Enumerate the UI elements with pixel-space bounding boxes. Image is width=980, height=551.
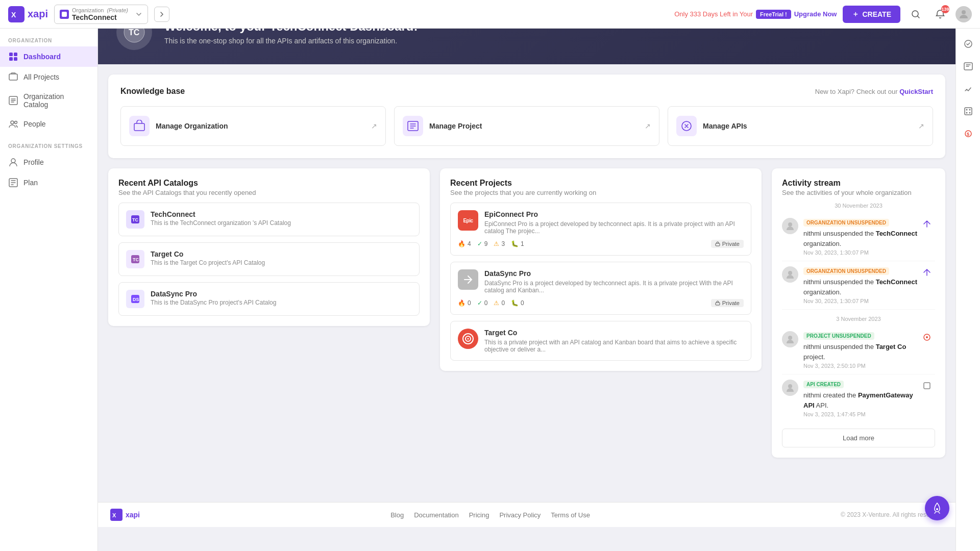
rail-icon-2[interactable]	[959, 57, 977, 76]
recent-catalogs-title: Recent API Catalogs	[118, 179, 420, 188]
sidebar-item-profile-label: Profile	[23, 158, 44, 166]
org-icon	[60, 10, 69, 19]
sidebar-item-dashboard-label: Dashboard	[23, 53, 61, 61]
external-link-icon-3: ↗	[918, 122, 924, 130]
footer-privacy[interactable]: Privacy Policy	[499, 511, 541, 519]
activity-text-3: nithmi unsuspended the Target Co project…	[803, 342, 918, 362]
sidebar-item-all-projects[interactable]: All Projects	[0, 67, 97, 87]
search-icon	[911, 9, 921, 19]
catalog-name-datasync: DataSync Pro	[151, 290, 276, 298]
sidebar-item-profile[interactable]: Profile	[0, 152, 97, 172]
search-button[interactable]	[906, 5, 925, 23]
epiconnect-logo: Epic	[458, 210, 478, 231]
trial-banner: Only 333 Days Left in Your FreeTrial ! U…	[674, 10, 837, 19]
rail-icon-4[interactable]	[959, 102, 977, 120]
main-content: TC Welcome, to your TechConnect Dashboar…	[98, 0, 955, 502]
external-link-icon: ↗	[371, 122, 377, 130]
activity-body-3: PROJECT UNSUSPENDED nithmi unsuspended t…	[803, 331, 918, 369]
activity-avatar-4	[782, 380, 798, 396]
project-item-epiconnect[interactable]: Epic EpiConnect Pro EpiConnect Pro is a …	[450, 203, 751, 256]
notifications-button[interactable]: 139	[931, 5, 949, 23]
footer-pricing[interactable]: Pricing	[469, 511, 489, 519]
svg-point-13	[11, 159, 15, 163]
fab-button[interactable]	[925, 496, 949, 520]
stat-fire: 4	[468, 240, 471, 247]
plus-icon: ＋	[852, 10, 859, 19]
org-selector[interactable]: Organization (Private) TechConnect	[54, 5, 148, 24]
sidebar-item-people[interactable]: People	[0, 114, 97, 134]
dashboard-icon	[8, 52, 18, 62]
profile-icon	[8, 157, 18, 167]
sidebar-item-plan[interactable]: Plan	[0, 172, 97, 193]
kb-item-manage-apis[interactable]: Manage APIs ↗	[668, 106, 933, 146]
catalog-icon	[8, 95, 18, 106]
project-item-target-co[interactable]: Target Co This is a private project with…	[450, 321, 751, 361]
catalog-desc-techconnect: This is the TechConnect organization 's …	[151, 219, 291, 227]
datasync-stats: 🔥0 ✓0 ⚠0 🐛0 Private	[458, 299, 744, 307]
svg-rect-26	[134, 123, 144, 131]
kb-item-manage-org[interactable]: Manage Organization ↗	[120, 106, 386, 146]
footer-terms[interactable]: Terms of Use	[551, 511, 590, 519]
activity-date-2: 3 November 2023	[782, 316, 935, 322]
catalog-item-techconnect[interactable]: TC TechConnect This is the TechConnect o…	[118, 203, 420, 236]
activity-item-1: ORGANIZATION UNSUSPENDED nithmi unsuspen…	[782, 213, 935, 261]
create-button[interactable]: ＋ CREATE	[843, 6, 900, 23]
activity-body-1: ORGANIZATION UNSUSPENDED nithmi unsuspen…	[803, 218, 918, 256]
catalog-item-target-co[interactable]: TC Target Co This is the Target Co proje…	[118, 242, 420, 276]
project-name-target-co: Target Co	[484, 329, 744, 337]
sidebar-item-org-catalog[interactable]: Organization Catalog	[0, 87, 97, 114]
logo[interactable]: X xapi	[8, 6, 48, 22]
footer-logo: X xapi	[110, 509, 140, 521]
welcome-subtitle: This is the one-stop shop for all the AP…	[164, 37, 418, 45]
activity-item-4: API CREATED nithmi created the PaymentGa…	[782, 374, 935, 422]
svg-point-40	[788, 222, 792, 227]
footer-blog[interactable]: Blog	[390, 511, 404, 519]
load-more-button[interactable]: Load more	[782, 429, 935, 447]
people-icon	[8, 119, 18, 129]
activity-item-2: ORGANIZATION UNSUSPENDED nithmi unsuspen…	[782, 261, 935, 310]
activity-text-1: nithmi unsuspended the TechConnect organ…	[803, 229, 918, 248]
activity-date-1: 30 November 2023	[782, 203, 935, 209]
logo-icon: X	[8, 6, 24, 22]
svg-text:DS: DS	[133, 297, 139, 302]
rail-icon-3[interactable]	[959, 80, 977, 98]
catalog-name-target-co: Target Co	[151, 250, 265, 258]
target-co-logo	[458, 329, 478, 349]
sidebar-section-organization: ORGANIZATION	[0, 29, 97, 46]
org-name: TechConnect	[72, 13, 128, 21]
catalog-item-datasync-pro[interactable]: DS DataSync Pro This is the DataSync Pro…	[118, 282, 420, 316]
sidebar-item-all-projects-label: All Projects	[23, 73, 59, 81]
svg-text:TC: TC	[129, 28, 140, 37]
project-item-datasync[interactable]: DataSync Pro DataSync Pro is a project d…	[450, 262, 751, 315]
svg-text:$: $	[967, 132, 969, 137]
quickstart-link[interactable]: QuickStart	[899, 88, 933, 95]
org-label: Organization	[72, 7, 104, 13]
sidebar: ORGANIZATION Dashboard All Projects Orga…	[0, 29, 98, 527]
kb-item-manage-project-label: Manage Project	[429, 122, 482, 130]
recent-catalogs-subtitle: See the API Catalogs that you recently o…	[118, 189, 420, 196]
private-badge: Private	[711, 240, 744, 248]
rail-icon-1[interactable]	[959, 35, 977, 53]
activity-icon-4	[923, 380, 935, 417]
svg-rect-35	[716, 243, 720, 246]
stat-triangle: 3	[501, 240, 505, 247]
upgrade-link[interactable]: Upgrade Now	[794, 10, 837, 18]
footer-docs[interactable]: Documentation	[414, 511, 458, 519]
svg-point-42	[788, 336, 792, 340]
kb-item-manage-project[interactable]: Manage Project ↗	[394, 106, 659, 146]
svg-point-49	[936, 508, 938, 510]
user-icon	[958, 8, 970, 20]
top-header: X xapi Organization (Private) TechConnec…	[0, 0, 980, 29]
project-desc-datasync: DataSync Pro is a project developed by t…	[484, 280, 744, 294]
user-avatar-button[interactable]	[955, 6, 972, 22]
notification-badge: 139	[941, 5, 949, 13]
sidebar-item-dashboard[interactable]: Dashboard	[0, 46, 97, 67]
sidebar-item-org-catalog-label: Organization Catalog	[23, 92, 89, 109]
plan-icon	[8, 178, 18, 188]
datasync-logo	[458, 269, 478, 290]
sidebar-toggle-button[interactable]	[154, 7, 169, 22]
epiconnect-stats: 🔥4 ✓9 ⚠3 🐛1 Private	[458, 240, 744, 248]
rail-icon-5[interactable]: $	[959, 124, 977, 143]
activity-badge-3: PROJECT UNSUSPENDED	[803, 332, 874, 340]
chevron-down-icon	[135, 11, 142, 18]
